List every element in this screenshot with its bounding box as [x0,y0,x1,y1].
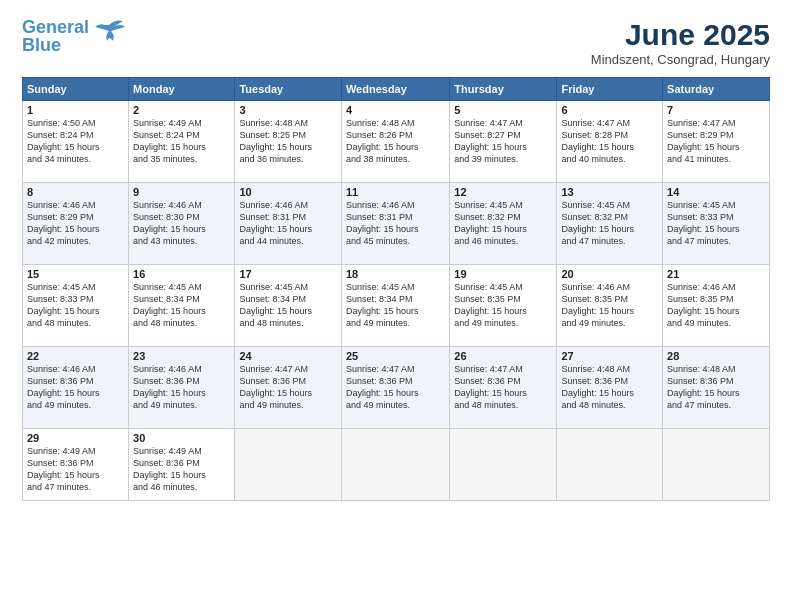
day-number: 28 [667,350,765,362]
day-info: Sunrise: 4:46 AM Sunset: 8:36 PM Dayligh… [27,363,124,412]
weekday-header: Sunday [23,78,129,101]
day-number: 11 [346,186,445,198]
day-info: Sunrise: 4:49 AM Sunset: 8:36 PM Dayligh… [27,445,124,494]
day-number: 19 [454,268,552,280]
calendar-cell [663,429,770,501]
day-info: Sunrise: 4:48 AM Sunset: 8:26 PM Dayligh… [346,117,445,166]
day-info: Sunrise: 4:50 AM Sunset: 8:24 PM Dayligh… [27,117,124,166]
calendar-cell: 2Sunrise: 4:49 AM Sunset: 8:24 PM Daylig… [129,101,235,183]
day-info: Sunrise: 4:45 AM Sunset: 8:32 PM Dayligh… [561,199,658,248]
day-number: 8 [27,186,124,198]
calendar-cell: 16Sunrise: 4:45 AM Sunset: 8:34 PM Dayli… [129,265,235,347]
calendar-cell: 28Sunrise: 4:48 AM Sunset: 8:36 PM Dayli… [663,347,770,429]
day-number: 26 [454,350,552,362]
calendar-cell [557,429,663,501]
calendar-cell: 4Sunrise: 4:48 AM Sunset: 8:26 PM Daylig… [341,101,449,183]
day-number: 1 [27,104,124,116]
weekday-header: Wednesday [341,78,449,101]
calendar-cell: 21Sunrise: 4:46 AM Sunset: 8:35 PM Dayli… [663,265,770,347]
day-number: 15 [27,268,124,280]
weekday-header: Tuesday [235,78,342,101]
calendar-table: SundayMondayTuesdayWednesdayThursdayFrid… [22,77,770,501]
calendar-cell [341,429,449,501]
day-number: 2 [133,104,230,116]
weekday-header: Saturday [663,78,770,101]
calendar-week-row: 29Sunrise: 4:49 AM Sunset: 8:36 PM Dayli… [23,429,770,501]
calendar-cell: 3Sunrise: 4:48 AM Sunset: 8:25 PM Daylig… [235,101,342,183]
day-number: 7 [667,104,765,116]
day-info: Sunrise: 4:48 AM Sunset: 8:36 PM Dayligh… [667,363,765,412]
calendar-cell: 27Sunrise: 4:48 AM Sunset: 8:36 PM Dayli… [557,347,663,429]
day-info: Sunrise: 4:46 AM Sunset: 8:29 PM Dayligh… [27,199,124,248]
calendar-week-row: 8Sunrise: 4:46 AM Sunset: 8:29 PM Daylig… [23,183,770,265]
day-number: 20 [561,268,658,280]
calendar-cell: 5Sunrise: 4:47 AM Sunset: 8:27 PM Daylig… [450,101,557,183]
logo-text: GeneralBlue [22,18,89,54]
day-info: Sunrise: 4:49 AM Sunset: 8:36 PM Dayligh… [133,445,230,494]
day-number: 9 [133,186,230,198]
day-number: 6 [561,104,658,116]
day-info: Sunrise: 4:48 AM Sunset: 8:25 PM Dayligh… [239,117,337,166]
day-info: Sunrise: 4:45 AM Sunset: 8:34 PM Dayligh… [133,281,230,330]
day-info: Sunrise: 4:47 AM Sunset: 8:29 PM Dayligh… [667,117,765,166]
day-info: Sunrise: 4:45 AM Sunset: 8:35 PM Dayligh… [454,281,552,330]
calendar-cell: 24Sunrise: 4:47 AM Sunset: 8:36 PM Dayli… [235,347,342,429]
calendar-cell: 20Sunrise: 4:46 AM Sunset: 8:35 PM Dayli… [557,265,663,347]
calendar-cell: 23Sunrise: 4:46 AM Sunset: 8:36 PM Dayli… [129,347,235,429]
day-info: Sunrise: 4:48 AM Sunset: 8:36 PM Dayligh… [561,363,658,412]
day-info: Sunrise: 4:45 AM Sunset: 8:34 PM Dayligh… [239,281,337,330]
day-number: 13 [561,186,658,198]
calendar-cell [235,429,342,501]
calendar-cell: 22Sunrise: 4:46 AM Sunset: 8:36 PM Dayli… [23,347,129,429]
day-info: Sunrise: 4:47 AM Sunset: 8:36 PM Dayligh… [454,363,552,412]
calendar-cell: 8Sunrise: 4:46 AM Sunset: 8:29 PM Daylig… [23,183,129,265]
day-info: Sunrise: 4:45 AM Sunset: 8:34 PM Dayligh… [346,281,445,330]
calendar-week-row: 15Sunrise: 4:45 AM Sunset: 8:33 PM Dayli… [23,265,770,347]
calendar-cell: 10Sunrise: 4:46 AM Sunset: 8:31 PM Dayli… [235,183,342,265]
calendar-cell: 19Sunrise: 4:45 AM Sunset: 8:35 PM Dayli… [450,265,557,347]
logo: GeneralBlue [22,18,125,54]
calendar-cell: 7Sunrise: 4:47 AM Sunset: 8:29 PM Daylig… [663,101,770,183]
weekday-header: Monday [129,78,235,101]
day-number: 30 [133,432,230,444]
day-number: 4 [346,104,445,116]
day-info: Sunrise: 4:46 AM Sunset: 8:35 PM Dayligh… [667,281,765,330]
calendar-cell: 15Sunrise: 4:45 AM Sunset: 8:33 PM Dayli… [23,265,129,347]
day-number: 25 [346,350,445,362]
main-title: June 2025 [591,18,770,52]
day-info: Sunrise: 4:47 AM Sunset: 8:27 PM Dayligh… [454,117,552,166]
header: GeneralBlue June 2025 Mindszent, Csongra… [22,18,770,67]
day-info: Sunrise: 4:47 AM Sunset: 8:36 PM Dayligh… [239,363,337,412]
day-info: Sunrise: 4:46 AM Sunset: 8:35 PM Dayligh… [561,281,658,330]
calendar-cell: 17Sunrise: 4:45 AM Sunset: 8:34 PM Dayli… [235,265,342,347]
day-number: 27 [561,350,658,362]
calendar-week-row: 1Sunrise: 4:50 AM Sunset: 8:24 PM Daylig… [23,101,770,183]
day-info: Sunrise: 4:45 AM Sunset: 8:32 PM Dayligh… [454,199,552,248]
day-number: 10 [239,186,337,198]
day-info: Sunrise: 4:45 AM Sunset: 8:33 PM Dayligh… [667,199,765,248]
calendar-header-row: SundayMondayTuesdayWednesdayThursdayFrid… [23,78,770,101]
subtitle: Mindszent, Csongrad, Hungary [591,52,770,67]
day-info: Sunrise: 4:49 AM Sunset: 8:24 PM Dayligh… [133,117,230,166]
calendar-cell: 6Sunrise: 4:47 AM Sunset: 8:28 PM Daylig… [557,101,663,183]
calendar-week-row: 22Sunrise: 4:46 AM Sunset: 8:36 PM Dayli… [23,347,770,429]
calendar-cell: 25Sunrise: 4:47 AM Sunset: 8:36 PM Dayli… [341,347,449,429]
day-number: 22 [27,350,124,362]
logo-bird-icon [93,17,125,45]
day-number: 24 [239,350,337,362]
weekday-header: Friday [557,78,663,101]
calendar-cell: 11Sunrise: 4:46 AM Sunset: 8:31 PM Dayli… [341,183,449,265]
calendar-cell [450,429,557,501]
day-number: 16 [133,268,230,280]
day-info: Sunrise: 4:46 AM Sunset: 8:31 PM Dayligh… [239,199,337,248]
calendar-cell: 12Sunrise: 4:45 AM Sunset: 8:32 PM Dayli… [450,183,557,265]
calendar-cell: 18Sunrise: 4:45 AM Sunset: 8:34 PM Dayli… [341,265,449,347]
day-number: 3 [239,104,337,116]
calendar-cell: 29Sunrise: 4:49 AM Sunset: 8:36 PM Dayli… [23,429,129,501]
day-info: Sunrise: 4:47 AM Sunset: 8:36 PM Dayligh… [346,363,445,412]
weekday-header: Thursday [450,78,557,101]
day-number: 29 [27,432,124,444]
calendar-cell: 9Sunrise: 4:46 AM Sunset: 8:30 PM Daylig… [129,183,235,265]
day-info: Sunrise: 4:46 AM Sunset: 8:31 PM Dayligh… [346,199,445,248]
day-info: Sunrise: 4:47 AM Sunset: 8:28 PM Dayligh… [561,117,658,166]
